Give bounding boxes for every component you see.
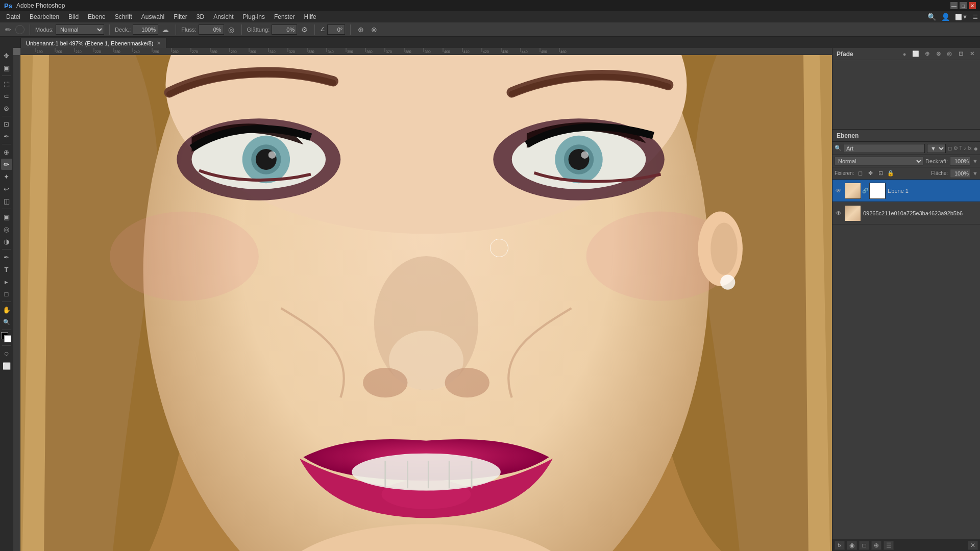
fg-bg-colors[interactable] — [1, 332, 12, 343]
workspace-icon[interactable]: ⬜▼ — [955, 14, 968, 20]
pen-tool[interactable]: ✒ — [1, 252, 12, 263]
eyedropper-tool[interactable]: ✒ — [1, 131, 12, 142]
deck-input[interactable] — [133, 24, 158, 35]
fluss-input[interactable] — [199, 24, 224, 35]
path-select-tool[interactable]: ▸ — [1, 276, 12, 287]
eraser-tool[interactable]: ◫ — [1, 195, 12, 207]
lock-artboard-icon[interactable]: ⊡ — [876, 169, 885, 178]
mode-dropdown[interactable]: Normal Multiplizieren Aufhellen — [56, 24, 104, 35]
move-tool[interactable]: ✥ — [1, 50, 12, 61]
pfade-icon-1[interactable]: ● — [900, 50, 909, 58]
blur-tool[interactable]: ◎ — [1, 223, 12, 235]
brush-size-icon[interactable] — [15, 25, 24, 34]
menu-schrift[interactable]: Schrift — [111, 12, 136, 21]
options-bar: ✏ Modus: Normal Multiplizieren Aufhellen… — [0, 22, 980, 37]
artboard-tool[interactable]: ▣ — [1, 62, 12, 73]
pfade-icon-7[interactable]: ✕ — [968, 50, 976, 58]
opacity-arrow[interactable]: ▼ — [972, 158, 978, 164]
dodge-tool[interactable]: ◑ — [1, 236, 12, 247]
airbrush-icon[interactable]: ☁ — [160, 24, 170, 35]
menu-bild[interactable]: Bild — [64, 12, 83, 21]
quick-mask-tool[interactable]: ○ — [1, 348, 12, 359]
gradient-tool[interactable]: ▣ — [1, 211, 12, 222]
menu-ebene[interactable]: Ebene — [84, 12, 110, 21]
separator-2 — [109, 24, 110, 35]
angle-input[interactable] — [327, 24, 345, 35]
menu-ansicht[interactable]: Ansicht — [209, 12, 237, 21]
rectangle-tool[interactable]: □ — [1, 288, 12, 299]
hand-tool[interactable]: ✋ — [1, 304, 12, 315]
pfade-icon-6[interactable]: ⊡ — [957, 50, 965, 58]
glaett-input[interactable] — [272, 24, 297, 35]
lock-all-icon[interactable]: 🔒 — [887, 169, 895, 178]
pfade-icon-2[interactable]: ⬜ — [912, 50, 920, 58]
learn-icon[interactable]: ☰ — [973, 14, 978, 20]
fluss-label: Fluss: — [181, 27, 196, 33]
menu-auswahl[interactable]: Auswahl — [137, 12, 168, 21]
menu-fenster[interactable]: Fenster — [270, 12, 299, 21]
svg-text:360: 360 — [366, 50, 373, 54]
menu-datei[interactable]: Datei — [2, 12, 24, 21]
pfade-icon-3[interactable]: ⊕ — [923, 50, 931, 58]
layer-mask-button[interactable]: ◉ — [847, 541, 857, 550]
close-button[interactable]: ✕ — [969, 2, 976, 9]
layer-effects-button[interactable]: fx — [835, 541, 845, 550]
account-icon[interactable]: 👤 — [941, 13, 950, 21]
lasso-tool[interactable]: ⊂ — [1, 90, 12, 102]
layer-item-2[interactable]: 👁 09265c211e010a725e3ba4623a92b5b6 — [832, 202, 980, 224]
menu-bearbeiten[interactable]: Bearbeiten — [26, 12, 63, 21]
layer-delete-button[interactable]: ✕ — [968, 541, 978, 550]
filter-dot[interactable]: ● — [974, 144, 978, 153]
extra-icon[interactable]: ⊗ — [369, 24, 379, 35]
layer-group-button[interactable]: ⊕ — [871, 541, 881, 550]
marquee-tool[interactable]: ⬚ — [1, 78, 12, 89]
crop-tool[interactable]: ⊡ — [1, 118, 12, 130]
minimize-button[interactable]: — — [950, 2, 958, 9]
clone-stamp-tool[interactable]: ✦ — [1, 171, 12, 182]
brush-tool[interactable]: ✏ — [1, 159, 12, 170]
lock-image-icon[interactable]: ◻ — [856, 169, 864, 178]
canvas-content[interactable] — [20, 55, 832, 551]
search-icon-small: 🔍 — [835, 145, 842, 152]
zoom-tool[interactable]: 🔍 — [1, 316, 12, 328]
brush-preset-icon[interactable]: ✏ — [3, 24, 13, 35]
layer-search-type[interactable]: ▼ — [927, 144, 946, 153]
pfade-icon-4[interactable]: ⊗ — [934, 50, 942, 58]
layer-2-name: 09265c211e010a725e3ba4623a92b5b6 — [863, 210, 978, 216]
window-controls[interactable]: — □ ✕ — [950, 2, 976, 9]
blend-mode-dropdown[interactable]: Normal Multiplizieren Aufhellen — [835, 157, 923, 166]
svg-text:440: 440 — [522, 50, 528, 54]
layer-1-visibility-icon[interactable]: 👁 — [835, 187, 843, 195]
lock-position-icon[interactable]: ✥ — [866, 169, 874, 178]
maximize-button[interactable]: □ — [960, 2, 967, 9]
symmetry-icon[interactable]: ⊕ — [356, 24, 366, 35]
menu-3d[interactable]: 3D — [192, 12, 208, 21]
text-tool[interactable]: T — [1, 264, 12, 275]
layer-2-visibility-icon[interactable]: 👁 — [835, 209, 843, 217]
pfade-icon-5[interactable]: ◎ — [945, 50, 953, 58]
search-icon[interactable]: 🔍 — [927, 13, 936, 21]
ruler-horizontal: 1902002102202302402502602702802903003103… — [20, 48, 832, 55]
svg-text:390: 390 — [425, 50, 431, 54]
pressure-icon[interactable]: ◎ — [226, 24, 236, 35]
opacity-input[interactable] — [950, 157, 970, 166]
fill-arrow[interactable]: ▼ — [972, 170, 978, 177]
layer-item-1[interactable]: 👁 🔗 Ebene 1 — [832, 180, 980, 202]
document-tab[interactable]: Unbenannt-1 bei 497% (Ebene 1, Ebenenmas… — [20, 38, 166, 48]
glaett-settings-icon[interactable]: ⚙ — [299, 24, 309, 35]
layer-search-input[interactable] — [844, 144, 925, 153]
menu-plugins[interactable]: Plug-ins — [239, 12, 269, 21]
history-brush-tool[interactable]: ↩ — [1, 183, 12, 194]
layer-adjustment-button[interactable]: □ — [859, 541, 869, 550]
separator-3 — [176, 24, 176, 35]
menu-filter[interactable]: Filter — [169, 12, 191, 21]
svg-text:370: 370 — [386, 50, 392, 54]
screen-mode-tool[interactable]: ⬜ — [1, 360, 12, 371]
tab-close-button[interactable]: ✕ — [157, 40, 161, 46]
tab-bar: Unbenannt-1 bei 497% (Ebene 1, Ebenenmas… — [0, 37, 980, 48]
fill-input[interactable] — [950, 169, 970, 178]
menu-hilfe[interactable]: Hilfe — [300, 12, 321, 21]
healing-brush-tool[interactable]: ⊕ — [1, 146, 12, 158]
quick-select-tool[interactable]: ⊗ — [1, 103, 12, 114]
layer-new-button[interactable]: ☰ — [884, 541, 894, 550]
